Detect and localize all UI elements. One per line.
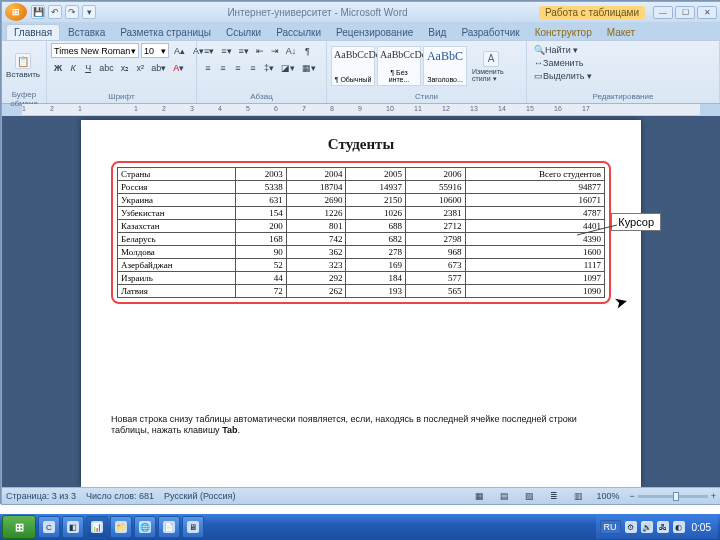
table-cell[interactable]: 2712 bbox=[405, 220, 465, 233]
indent-inc-button[interactable]: ⇥ bbox=[268, 43, 282, 59]
multilevel-button[interactable]: ≡▾ bbox=[236, 43, 252, 59]
table-cell[interactable]: 10600 bbox=[405, 194, 465, 207]
zoom-percent[interactable]: 100% bbox=[596, 491, 619, 501]
table-cell[interactable]: 184 bbox=[346, 272, 406, 285]
qat-redo-icon[interactable]: ↷ bbox=[65, 5, 79, 19]
style-normal[interactable]: AaBbCcDc ¶ Обычный bbox=[331, 46, 375, 86]
table-row[interactable]: Латвия722621935651090 bbox=[118, 285, 605, 298]
table-cell[interactable]: 2690 bbox=[286, 194, 346, 207]
view-reading-icon[interactable]: ▤ bbox=[497, 488, 512, 504]
table-cell[interactable]: 673 bbox=[405, 259, 465, 272]
document-area[interactable]: Студенты Страны2003200420052006Всего сту… bbox=[2, 116, 720, 487]
tab-references[interactable]: Ссылки bbox=[219, 25, 268, 40]
tab-view[interactable]: Вид bbox=[421, 25, 453, 40]
taskbar-item[interactable]: C bbox=[38, 516, 60, 538]
grow-font-icon[interactable]: A▴ bbox=[171, 43, 188, 59]
italic-button[interactable]: К bbox=[66, 60, 80, 76]
table-cell[interactable]: 278 bbox=[346, 246, 406, 259]
paste-button[interactable]: 📋 Вставить bbox=[6, 43, 40, 89]
taskbar-item[interactable]: 📊 bbox=[86, 516, 108, 538]
tab-table-design[interactable]: Конструктор bbox=[528, 25, 599, 40]
taskbar-item[interactable]: 📁 bbox=[110, 516, 132, 538]
table-header[interactable]: 2005 bbox=[346, 168, 406, 181]
horizontal-ruler[interactable]: 1211234567891011121314151617 bbox=[22, 104, 700, 116]
tab-page-layout[interactable]: Разметка страницы bbox=[113, 25, 218, 40]
table-cell[interactable]: 682 bbox=[346, 233, 406, 246]
table-cell[interactable]: Беларусь bbox=[118, 233, 236, 246]
indent-dec-button[interactable]: ⇤ bbox=[253, 43, 267, 59]
zoom-out-icon[interactable]: − bbox=[629, 491, 634, 501]
table-cell[interactable]: 1600 bbox=[465, 246, 604, 259]
table-cell[interactable]: 90 bbox=[236, 246, 287, 259]
show-marks-button[interactable]: ¶ bbox=[300, 43, 314, 59]
close-button[interactable]: ✕ bbox=[697, 6, 717, 19]
table-cell[interactable]: 168 bbox=[236, 233, 287, 246]
table-cell[interactable]: 94877 bbox=[465, 181, 604, 194]
find-button[interactable]: 🔍 Найти ▾ bbox=[531, 43, 581, 56]
table-cell[interactable]: 5338 bbox=[236, 181, 287, 194]
table-cell[interactable]: 44 bbox=[236, 272, 287, 285]
table-row[interactable]: Израиль442921845771097 bbox=[118, 272, 605, 285]
table-cell[interactable]: 323 bbox=[286, 259, 346, 272]
tray-volume-icon[interactable]: 🔊 bbox=[641, 521, 653, 533]
shading-button[interactable]: ◪▾ bbox=[278, 60, 298, 76]
style-heading[interactable]: АаВbС Заголово... bbox=[423, 46, 467, 86]
justify-button[interactable]: ≡ bbox=[246, 60, 260, 76]
superscript-button[interactable]: x² bbox=[133, 60, 147, 76]
table-cell[interactable]: 1026 bbox=[346, 207, 406, 220]
maximize-button[interactable]: ☐ bbox=[675, 6, 695, 19]
tab-developer[interactable]: Разработчик bbox=[454, 25, 526, 40]
table-header[interactable]: Всего студентов bbox=[465, 168, 604, 181]
table-cell[interactable]: Украина bbox=[118, 194, 236, 207]
table-cell[interactable]: 18704 bbox=[286, 181, 346, 194]
table-cell[interactable]: 968 bbox=[405, 246, 465, 259]
style-no-spacing[interactable]: AaBbCcDc ¶ Без инте... bbox=[377, 46, 421, 86]
table-cell[interactable]: 52 bbox=[236, 259, 287, 272]
subscript-button[interactable]: x₂ bbox=[118, 60, 133, 76]
table-cell[interactable]: 55916 bbox=[405, 181, 465, 194]
table-cell[interactable]: 292 bbox=[286, 272, 346, 285]
table-cell[interactable]: 1226 bbox=[286, 207, 346, 220]
borders-button[interactable]: ▦▾ bbox=[299, 60, 319, 76]
table-row[interactable]: Казахстан20080168827124401 bbox=[118, 220, 605, 233]
font-size-combo[interactable]: 10▾ bbox=[141, 43, 169, 58]
status-language[interactable]: Русский (Россия) bbox=[164, 491, 235, 501]
status-words[interactable]: Число слов: 681 bbox=[86, 491, 154, 501]
sort-button[interactable]: A↓ bbox=[283, 43, 300, 59]
table-cell[interactable]: Латвия bbox=[118, 285, 236, 298]
qat-more-icon[interactable]: ▾ bbox=[82, 5, 96, 19]
table-cell[interactable]: 14937 bbox=[346, 181, 406, 194]
table-row[interactable]: Молдова903622789681600 bbox=[118, 246, 605, 259]
highlight-button[interactable]: ab▾ bbox=[148, 60, 169, 76]
table-cell[interactable]: Россия bbox=[118, 181, 236, 194]
table-cell[interactable]: 742 bbox=[286, 233, 346, 246]
table-header[interactable]: 2003 bbox=[236, 168, 287, 181]
zoom-in-icon[interactable]: + bbox=[711, 491, 716, 501]
tab-review[interactable]: Рецензирование bbox=[329, 25, 420, 40]
table-cell[interactable]: 4787 bbox=[465, 207, 604, 220]
table-cell[interactable]: 154 bbox=[236, 207, 287, 220]
align-right-button[interactable]: ≡ bbox=[231, 60, 245, 76]
tray-network-icon[interactable]: 🖧 bbox=[657, 521, 669, 533]
table-cell[interactable]: 193 bbox=[346, 285, 406, 298]
table-cell[interactable]: 577 bbox=[405, 272, 465, 285]
align-left-button[interactable]: ≡ bbox=[201, 60, 215, 76]
tab-insert[interactable]: Вставка bbox=[61, 25, 112, 40]
table-header[interactable]: Страны bbox=[118, 168, 236, 181]
table-cell[interactable]: Азербайджан bbox=[118, 259, 236, 272]
replace-button[interactable]: ↔ Заменить bbox=[531, 56, 586, 69]
font-color-button[interactable]: A▾ bbox=[170, 60, 187, 76]
tab-table-layout[interactable]: Макет bbox=[600, 25, 642, 40]
start-button[interactable]: ⊞ bbox=[2, 515, 36, 539]
table-cell[interactable]: 565 bbox=[405, 285, 465, 298]
table-cell[interactable]: 1117 bbox=[465, 259, 604, 272]
select-button[interactable]: ▭ Выделить ▾ bbox=[531, 69, 595, 82]
table-cell[interactable]: 72 bbox=[236, 285, 287, 298]
table-cell[interactable]: Молдова bbox=[118, 246, 236, 259]
table-cell[interactable]: 688 bbox=[346, 220, 406, 233]
table-row[interactable]: Узбекистан1541226102623814787 bbox=[118, 207, 605, 220]
students-table[interactable]: Страны2003200420052006Всего студентов Ро… bbox=[117, 167, 605, 298]
table-cell[interactable]: 631 bbox=[236, 194, 287, 207]
view-outline-icon[interactable]: ≣ bbox=[547, 488, 561, 504]
clock[interactable]: 0:05 bbox=[689, 522, 714, 533]
